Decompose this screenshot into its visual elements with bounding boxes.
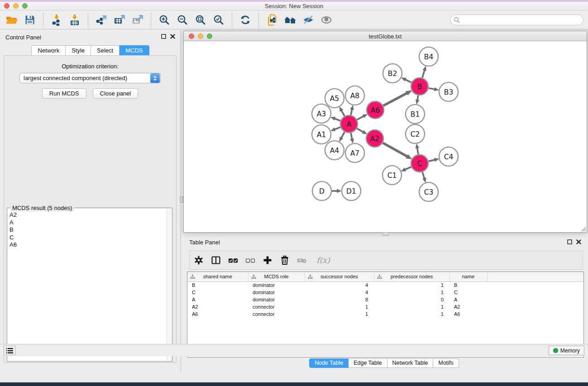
tab-style[interactable]: Style — [66, 45, 91, 56]
result-item[interactable]: A2 — [8, 211, 166, 219]
show-all-button[interactable] — [317, 12, 335, 28]
edge-A6-B[interactable] — [383, 93, 407, 106]
memory-button[interactable]: Memory — [549, 346, 584, 355]
table-row[interactable]: A6connector11A6 — [187, 310, 583, 318]
tab-select[interactable]: Select — [91, 45, 120, 56]
column-header-MCDS-role[interactable]: MCDS role — [248, 272, 305, 281]
table-cell[interactable]: 1 — [374, 310, 449, 318]
edge-A-A1[interactable] — [335, 127, 340, 129]
edge-B-B1[interactable] — [417, 95, 418, 100]
table-cell[interactable]: dominator — [248, 296, 305, 303]
result-item[interactable]: C — [8, 234, 166, 242]
import-table-button[interactable] — [66, 12, 84, 28]
table-cell[interactable]: B — [187, 281, 248, 289]
delete-column-button[interactable] — [280, 252, 290, 268]
node-C[interactable]: C — [411, 155, 428, 172]
add-column-button[interactable] — [263, 252, 272, 268]
search-box[interactable] — [450, 14, 583, 25]
result-scrollbar[interactable] — [167, 209, 172, 361]
table-cell[interactable]: 1 — [305, 303, 374, 310]
result-item[interactable]: A6 — [8, 241, 166, 249]
table-cell[interactable]: 8 — [305, 296, 374, 303]
node-A7[interactable]: A7 — [345, 143, 364, 162]
edge-A-A3[interactable] — [335, 119, 340, 121]
edge-A-A6[interactable] — [357, 116, 364, 120]
edge-A-A2[interactable] — [357, 129, 363, 132]
table-cell[interactable]: connector — [248, 310, 305, 318]
tab-node-table[interactable]: Node Table — [309, 358, 349, 368]
table-cell[interactable]: 4 — [305, 289, 374, 296]
column-view-button[interactable] — [211, 252, 221, 268]
zoom-selected-button[interactable] — [210, 12, 228, 28]
table-cell[interactable]: connector — [248, 303, 305, 310]
node-B4[interactable]: B4 — [419, 47, 438, 66]
close-panel-icon[interactable] — [170, 34, 175, 39]
edge-C-C3[interactable] — [422, 172, 425, 178]
column-header-predecessor-nodes[interactable]: predecessor nodes — [374, 272, 449, 281]
tab-network[interactable]: Network — [31, 45, 66, 56]
network-canvas[interactable]: B4B2BB3A8A5A6A3B1AA1C2A2A4A7C4CC1C3DD1 — [184, 41, 587, 232]
table-cell[interactable]: 1 — [374, 289, 449, 296]
table-row[interactable]: Cdominator41C — [187, 289, 583, 296]
table-cell[interactable]: dominator — [248, 281, 305, 289]
node-A5[interactable]: A5 — [325, 89, 344, 108]
save-session-button[interactable] — [21, 12, 39, 28]
node-A2[interactable]: A2 — [366, 130, 383, 147]
table-row[interactable]: Bdominator41B — [187, 281, 583, 289]
table-cell[interactable]: C — [449, 289, 487, 296]
table-cell[interactable]: A — [187, 296, 248, 303]
node-A4[interactable]: A4 — [325, 141, 344, 160]
node-C1[interactable]: C1 — [382, 166, 402, 185]
function-builder-button[interactable]: f(x) — [314, 252, 332, 268]
export-image-button[interactable] — [129, 12, 147, 28]
edge-C-C2[interactable] — [417, 148, 418, 155]
node-C4[interactable]: C4 — [439, 147, 458, 166]
table-cell[interactable]: 1 — [305, 310, 374, 318]
node-C2[interactable]: C2 — [406, 124, 425, 143]
table-cell[interactable]: B — [449, 281, 487, 289]
tab-mcds[interactable]: MCDS — [120, 45, 149, 56]
table-cell[interactable]: A — [449, 296, 487, 303]
table-cell[interactable]: 1 — [374, 281, 449, 289]
close-panel-icon[interactable] — [576, 239, 581, 244]
open-file-button[interactable] — [3, 12, 21, 28]
vertical-split-handle[interactable] — [180, 196, 183, 203]
table-cell[interactable]: 0 — [374, 296, 449, 303]
refresh-layout-button[interactable] — [236, 12, 254, 28]
clone-network-button[interactable] — [263, 12, 281, 28]
node-B[interactable]: B — [411, 78, 428, 95]
node-A8[interactable]: A8 — [345, 86, 364, 105]
zoom-fit-button[interactable] — [191, 12, 210, 28]
edge-B-B4[interactable] — [422, 70, 425, 78]
edge-A-A5[interactable] — [341, 110, 344, 116]
edge-C-C1[interactable] — [405, 167, 411, 170]
tab-network-table[interactable]: Network Table — [387, 358, 434, 368]
table-cell[interactable]: 4 — [305, 281, 374, 289]
node-A[interactable]: A — [340, 115, 358, 133]
table-cell[interactable]: A6 — [449, 310, 487, 318]
table-cell[interactable]: A6 — [187, 310, 248, 318]
table-row[interactable]: Adominator80A — [187, 296, 583, 303]
hide-selected-button[interactable] — [299, 12, 317, 28]
result-item[interactable]: B — [8, 226, 166, 234]
table-cell[interactable]: A2 — [449, 303, 487, 310]
node-D[interactable]: D — [312, 181, 331, 200]
deselect-all-button[interactable] — [245, 252, 255, 268]
edge-A2-C[interactable] — [383, 143, 407, 157]
export-network-button[interactable] — [92, 12, 110, 28]
select-all-button[interactable] — [228, 252, 238, 268]
zoom-in-button[interactable] — [155, 12, 173, 28]
float-panel-icon[interactable] — [567, 239, 572, 244]
node-A3[interactable]: A3 — [312, 104, 331, 123]
window-resize-grip[interactable] — [580, 225, 586, 232]
settings-gear-button[interactable] — [194, 252, 204, 268]
export-table-button[interactable] — [110, 12, 129, 28]
task-history-button[interactable] — [4, 346, 15, 355]
edge-A-A8[interactable] — [351, 109, 352, 115]
node-A1[interactable]: A1 — [312, 125, 331, 144]
table-cell[interactable]: dominator — [248, 289, 305, 296]
horizontal-split-handle[interactable] — [382, 232, 389, 236]
zoom-out-button[interactable] — [173, 12, 191, 28]
column-header-shared-name[interactable]: shared name — [187, 272, 248, 281]
node-B3[interactable]: B3 — [439, 82, 458, 101]
